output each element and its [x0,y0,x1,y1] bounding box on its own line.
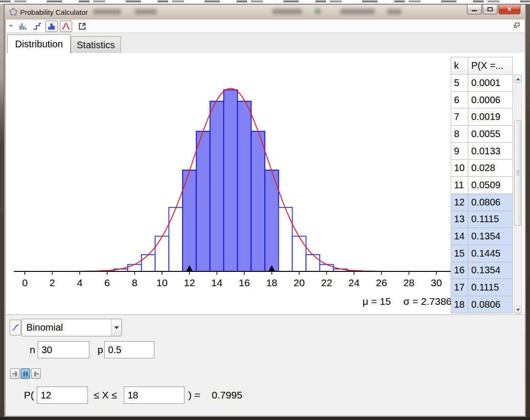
distribution-select-value: Binomial [26,322,63,333]
export-icon [78,22,87,31]
interval-right-tail-icon [33,371,39,377]
histogram-bar-selected[interactable] [224,90,238,271]
interval-type-buttons [10,368,41,379]
table-row[interactable]: 180.0806 [451,296,513,313]
background-window-right [526,4,530,417]
probability-query-row: P( ≤ X ≤ ) = 0.7995 [6,386,525,406]
undock-view-button[interactable] [513,22,520,29]
table-row[interactable]: 120.0806 [451,194,513,211]
step-graph-button[interactable] [31,21,43,32]
x-axis-label: 26 [376,277,387,288]
scrollbar-thumb[interactable] [514,120,521,226]
background-window-artifact [135,9,157,14]
interval-between-button[interactable] [21,368,30,379]
table-row[interactable]: 90.0133 [451,143,513,160]
background-window-top [0,0,530,4]
table-cell-p: 0.1115 [468,279,513,296]
table-cell-p: 0.028 [468,160,513,177]
histogram-bar[interactable] [279,207,292,271]
table-row[interactable]: 160.1354 [451,262,513,280]
interval-right-tail-button[interactable] [31,368,41,379]
chart-style-toolbar [6,20,525,33]
histogram-bar[interactable] [128,265,141,271]
histogram-bar[interactable] [292,236,306,271]
table-row[interactable]: 70.0019 [451,108,513,126]
probability-result: 0.7995 [212,389,242,401]
table-cell-k: 9 [451,143,468,160]
histogram-bar-selected[interactable] [238,101,251,271]
scroll-up-button[interactable] [514,75,521,83]
distribution-select-arrow[interactable] [111,319,121,336]
table-row[interactable]: 140.1354 [451,228,513,245]
column-header-p: P(X =... [468,57,513,75]
histogram-bar[interactable] [141,255,155,271]
table-row[interactable]: 170.1115 [451,279,513,296]
table-row[interactable]: 130.1115 [451,211,513,228]
param-p-input[interactable] [104,341,154,358]
histogram-bar[interactable] [169,207,183,271]
table-cell-k: 15 [451,245,468,262]
distribution-select[interactable]: Binomial [22,319,122,336]
table-cell-p: 0.1445 [468,245,513,262]
minimize-icon [472,10,477,11]
interval-between-icon [22,371,29,377]
interval-upper-input[interactable] [124,387,184,404]
tab-statistics[interactable]: Statistics [71,36,121,53]
titlebar[interactable]: Probability Calculator ✕ [5,5,525,20]
scroll-down-button[interactable] [514,306,521,313]
background-window-artifact [340,9,375,14]
background-window-left [0,4,4,417]
cumulative-curve-icon [11,323,20,332]
chevron-down-icon [9,25,13,27]
param-n-input[interactable] [38,341,89,358]
table-row[interactable]: 50.0001 [451,75,513,92]
background-window-artifact [93,9,121,14]
table-cell-k: 6 [451,92,468,109]
table-cell-k: 17 [451,279,468,296]
export-button[interactable] [76,21,88,32]
table-row[interactable]: 60.0006 [451,92,513,109]
histogram-bar-selected[interactable] [210,101,224,271]
tab-distribution-label: Distribution [15,39,63,50]
probability-calculator-window: Probability Calculator ✕ [4,4,526,417]
cumulative-toggle-button[interactable] [10,320,21,335]
normal-curve-overlay-button[interactable] [60,21,72,32]
histogram-bar[interactable] [320,265,334,271]
chevron-down-icon [114,326,119,329]
histogram-button[interactable] [45,21,58,32]
histogram-bar-selected[interactable] [251,131,265,271]
table-row[interactable]: 100.028 [451,160,513,177]
distribution-chart[interactable]: 024681012141618202224262830 [9,53,451,314]
tab-statistics-label: Statistics [76,40,115,51]
minimize-button[interactable] [467,5,482,14]
bar-graph-button[interactable] [17,21,29,32]
param-n-label: n [30,344,35,355]
table-cell-k: 8 [451,126,468,143]
histogram-bar[interactable] [306,255,320,271]
probability-table-body: 50.000160.000670.001980.005590.0133100.0… [451,75,513,313]
maximize-icon [487,7,493,11]
interval-left-tail-button[interactable] [10,368,20,379]
x-axis-label: 28 [403,277,414,288]
table-scrollbar[interactable] [514,75,522,314]
scroll-up-icon [516,78,520,80]
probability-table: k P(X =... 50.000160.000670.001980.00559… [451,57,513,313]
table-cell-p: 0.0509 [468,177,513,194]
distribution-controls-panel: Binomial n p [6,314,525,416]
histogram-bar-selected[interactable] [196,131,210,271]
probability-suffix: ) = [188,389,200,401]
histogram-bar[interactable] [155,236,169,271]
x-axis-label: 20 [293,277,304,288]
interval-lower-input[interactable] [37,387,88,404]
table-row[interactable]: 110.0509 [451,177,513,194]
tab-distribution[interactable]: Distribution [7,34,71,54]
close-button[interactable]: ✕ [498,5,520,14]
x-axis-label: 16 [239,277,250,288]
x-axis-label: 8 [132,277,138,288]
x-axis-label: 22 [321,277,332,288]
scroll-down-icon [516,309,520,311]
maximize-button[interactable] [483,5,498,14]
toolbar-options-button[interactable] [7,22,15,30]
table-row[interactable]: 150.1445 [451,245,513,262]
table-row[interactable]: 80.0055 [451,126,513,143]
